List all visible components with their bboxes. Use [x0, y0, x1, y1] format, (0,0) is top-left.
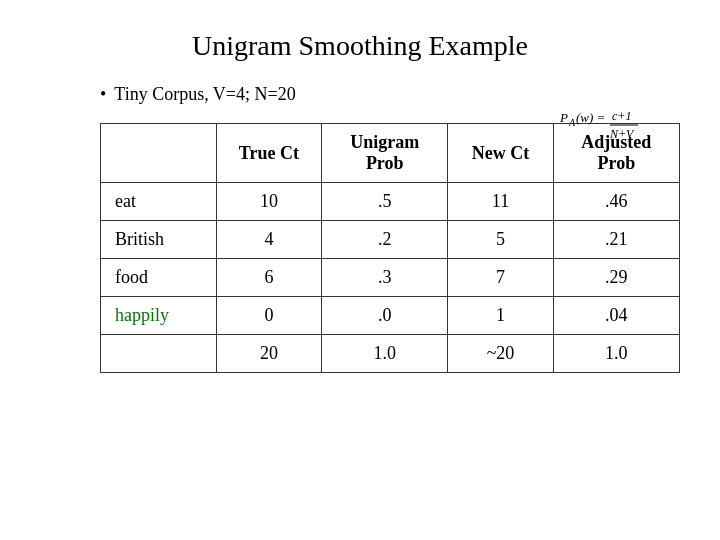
cell-new-ct: ~20 [448, 335, 553, 373]
cell-unigram: .5 [322, 183, 448, 221]
header-unigram-prob: UnigramProb [322, 124, 448, 183]
cell-adj-prob: .46 [553, 183, 679, 221]
cell-word: happily [101, 297, 217, 335]
svg-text:c+1: c+1 [612, 109, 631, 123]
cell-new-ct: 1 [448, 297, 553, 335]
cell-adj-prob: 1.0 [553, 335, 679, 373]
cell-unigram: .0 [322, 297, 448, 335]
svg-text:(w) =: (w) = [576, 110, 605, 125]
page-title: Unigram Smoothing Example [40, 30, 680, 62]
cell-word [101, 335, 217, 373]
cell-new-ct: 5 [448, 221, 553, 259]
header-new-ct: New Ct [448, 124, 553, 183]
cell-true-ct: 20 [216, 335, 321, 373]
cell-new-ct: 11 [448, 183, 553, 221]
page-wrapper: Unigram Smoothing Example • Tiny Corpus,… [0, 0, 720, 540]
cell-adj-prob: .04 [553, 297, 679, 335]
cell-word: food [101, 259, 217, 297]
svg-text:P: P [560, 110, 568, 125]
cell-true-ct: 10 [216, 183, 321, 221]
table-row: happily0.01.04 [101, 297, 680, 335]
cell-word: British [101, 221, 217, 259]
cell-unigram: .3 [322, 259, 448, 297]
table-row: food6.37.29 [101, 259, 680, 297]
cell-true-ct: 6 [216, 259, 321, 297]
svg-text:A: A [568, 117, 576, 128]
bullet-point: • [100, 84, 106, 105]
cell-unigram: 1.0 [322, 335, 448, 373]
table-row: 201.0~201.0 [101, 335, 680, 373]
svg-text:N+V: N+V [609, 127, 635, 141]
formula-display: P A (w) = c+1 N+V [560, 108, 670, 148]
table-row: eat10.511.46 [101, 183, 680, 221]
cell-adj-prob: .21 [553, 221, 679, 259]
cell-word: eat [101, 183, 217, 221]
header-word [101, 124, 217, 183]
header-true-ct: True Ct [216, 124, 321, 183]
cell-true-ct: 4 [216, 221, 321, 259]
cell-unigram: .2 [322, 221, 448, 259]
cell-adj-prob: .29 [553, 259, 679, 297]
subtitle-text: Tiny Corpus, V=4; N=20 [114, 84, 295, 105]
cell-new-ct: 7 [448, 259, 553, 297]
table-row: British4.25.21 [101, 221, 680, 259]
cell-true-ct: 0 [216, 297, 321, 335]
main-table: True Ct UnigramProb New Ct AdjustedProb … [100, 123, 680, 373]
